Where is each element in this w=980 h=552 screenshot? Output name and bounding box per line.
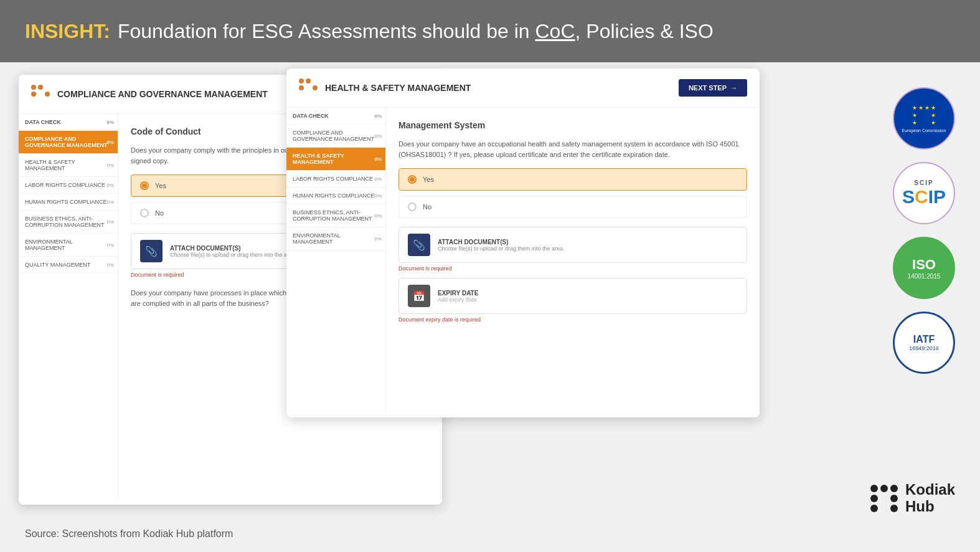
card-health-safety: HEALTH & SAFETY MANAGEMENT NEXT STEP DAT… xyxy=(286,69,760,417)
health-attach-info: ATTACH DOCUMENT(S) Choose file(s) to upl… xyxy=(438,239,565,252)
iso-text: ISO xyxy=(912,257,936,273)
health-sidebar-environmental[interactable]: ENVIRONMENTAL MANAGEMENT0% xyxy=(286,227,385,250)
health-no-radio xyxy=(408,202,417,211)
expiry-placeholder: Add expiry date xyxy=(438,297,478,303)
health-sidebar-health[interactable]: HEALTH & SAFETY MANAGEMENT0% xyxy=(286,148,385,171)
attach-label: ATTACH DOCUMENT(S) xyxy=(170,245,297,252)
health-attach-sub: Choose file(s) to upload or drag them in… xyxy=(438,245,565,252)
kdot-9 xyxy=(890,505,898,512)
dot-9 xyxy=(45,98,50,103)
yes-label: Yes xyxy=(155,182,166,189)
kodiak-line1: Kodiak xyxy=(905,482,955,498)
hdot-7 xyxy=(299,92,304,97)
hdot-6 xyxy=(313,85,318,90)
scip-logo: SCIP SCIP xyxy=(893,162,955,224)
kdot-8 xyxy=(880,505,888,512)
sidebar-item-environmental[interactable]: ENVIRONMENTAL MANAGEMENT0% xyxy=(19,234,118,257)
hdot-4 xyxy=(299,85,304,90)
eu-star: ★ xyxy=(931,112,936,118)
eu-star: ★ xyxy=(912,120,917,126)
health-paperclip-icon: 📎 xyxy=(408,234,430,256)
eu-star: ★ xyxy=(918,120,923,126)
dot-1 xyxy=(31,85,36,90)
health-sidebar-data-check[interactable]: DATA CHECK0% xyxy=(286,108,385,125)
eu-star: ★ xyxy=(931,120,936,126)
health-next-step-button[interactable]: NEXT STEP xyxy=(679,79,747,97)
health-question: Does your company have an occupational h… xyxy=(398,139,747,159)
dot-6 xyxy=(45,92,50,97)
sidebar-item-data-check[interactable]: DATA CHECK0% xyxy=(19,114,118,131)
health-sidebar: DATA CHECK0% COMPLIANCE AND GOVERNANCE M… xyxy=(286,108,386,413)
kdot-2 xyxy=(880,485,888,492)
dot-4 xyxy=(31,92,36,97)
kodiak-name: Kodiak Hub xyxy=(905,482,955,515)
health-sidebar-business[interactable]: BUSINESS ETHICS, ANTI-CORRUPTION MANAGEM… xyxy=(286,204,385,227)
kdot-6 xyxy=(890,495,898,502)
iso-sub: 14001:2015 xyxy=(908,273,941,280)
health-no-label: No xyxy=(423,203,431,211)
eu-star: ★ xyxy=(918,105,923,111)
eu-star: ★ xyxy=(912,105,917,111)
health-header-dots xyxy=(299,79,318,97)
health-section-title: Management System xyxy=(398,120,747,130)
card-health-body: DATA CHECK0% COMPLIANCE AND GOVERNANCE M… xyxy=(286,108,760,413)
sidebar-item-quality[interactable]: QUALITY MANAGEMENT0% xyxy=(19,257,118,274)
eu-logo: ★ ★ ★ ★ ★ ★ ★ ★ ★ ★ ★ ★ European Commiss… xyxy=(893,87,955,150)
sidebar-item-health[interactable]: HEALTH & SAFETY MANAGEMENT0% xyxy=(19,154,118,177)
health-sidebar-labor[interactable]: LABOR RIGHTS COMPLIANCE0% xyxy=(286,171,385,188)
paperclip-icon: 📎 xyxy=(140,240,163,262)
logos-container: ★ ★ ★ ★ ★ ★ ★ ★ ★ ★ ★ ★ European Commiss… xyxy=(893,87,955,374)
eu-star: ★ xyxy=(931,105,936,111)
hdot-5 xyxy=(306,85,311,90)
scip-text: SCIP xyxy=(902,186,946,207)
kodiak-line2: Hub xyxy=(905,498,955,515)
kodiak-dots xyxy=(870,485,898,512)
health-attach-section[interactable]: 📎 ATTACH DOCUMENT(S) Choose file(s) to u… xyxy=(398,227,747,263)
eu-star: ★ xyxy=(912,112,917,118)
kdot-5 xyxy=(880,495,888,502)
eu-star: ★ xyxy=(925,112,930,118)
health-attach-label: ATTACH DOCUMENT(S) xyxy=(438,239,565,245)
scip-o: C xyxy=(915,186,928,207)
no-label: No xyxy=(155,209,164,217)
attach-sub: Choose file(s) to upload or drag them in… xyxy=(170,252,297,258)
sidebar-item-business[interactable]: BUSINESS ETHICS, ANTI-CORRUPTION MANAGEM… xyxy=(19,211,118,234)
yes-radio-dot xyxy=(140,181,149,190)
coc-link: CoC xyxy=(535,20,575,42)
eu-star: ★ xyxy=(918,112,923,118)
health-yes-option[interactable]: Yes xyxy=(398,168,747,191)
hdot-2 xyxy=(306,79,311,83)
kdot-7 xyxy=(870,505,878,512)
health-yes-radio xyxy=(408,175,417,184)
kdot-1 xyxy=(870,485,878,492)
card-health-title: HEALTH & SAFETY MANAGEMENT xyxy=(325,83,671,93)
hdot-8 xyxy=(306,92,311,97)
calendar-icon: 📅 xyxy=(408,285,430,307)
health-doc-required: Document is required xyxy=(398,265,747,272)
sidebar-item-compliance[interactable]: COMPLIANCE AND GOVERNANCE MANAGEMENT0% xyxy=(19,131,118,154)
sidebar-item-labor[interactable]: LABOR RIGHTS COMPLIANCE0% xyxy=(19,177,118,194)
iso-logo: ISO 14001:2015 xyxy=(893,237,955,299)
sidebar-item-human[interactable]: HUMAN RIGHTS COMPLIANCE0% xyxy=(19,194,118,211)
kdot-4 xyxy=(870,495,878,502)
health-no-option[interactable]: No xyxy=(398,196,747,218)
health-sidebar-compliance[interactable]: COMPLIANCE AND GOVERNANCE MANAGEMENT0% xyxy=(286,125,385,148)
no-radio-dot xyxy=(140,209,149,217)
hdot-1 xyxy=(299,79,304,83)
health-yes-label: Yes xyxy=(423,176,434,183)
dot-7 xyxy=(31,98,36,103)
hdot-3 xyxy=(313,79,318,83)
kdot-3 xyxy=(890,485,898,492)
dot-5 xyxy=(38,92,43,97)
eu-label: European Commission xyxy=(902,128,946,133)
dot-2 xyxy=(38,85,43,90)
health-sidebar-human[interactable]: HUMAN RIGHTS COMPLIANCE0% xyxy=(286,188,385,204)
health-main-content: Management System Does your company have… xyxy=(386,108,760,413)
iatf-logo: IATF 16949:2016 xyxy=(893,312,955,374)
compliance-sidebar: DATA CHECK0% COMPLIANCE AND GOVERNANCE M… xyxy=(19,114,118,500)
kodiak-logo: Kodiak Hub xyxy=(870,482,955,515)
iatf-sub: 16949:2016 xyxy=(909,345,939,351)
hdot-9 xyxy=(313,92,318,97)
eu-star: ★ xyxy=(925,105,930,111)
health-expiry-section[interactable]: 📅 EXPIRY DATE Add expiry date xyxy=(398,278,747,314)
